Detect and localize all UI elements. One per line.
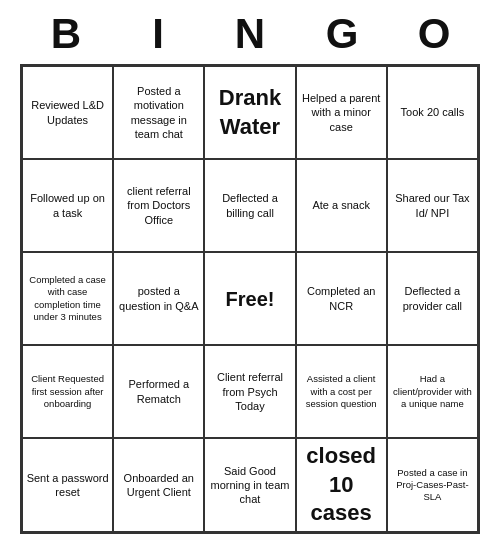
bingo-cell-r0c4[interactable]: Took 20 calls: [387, 66, 478, 159]
bingo-cell-r1c3[interactable]: Ate a snack: [296, 159, 387, 252]
bingo-cell-r3c0[interactable]: Client Requested first session after onb…: [22, 345, 113, 438]
bingo-cell-r0c3[interactable]: Helped a parent with a minor case: [296, 66, 387, 159]
bingo-cell-r4c2[interactable]: Said Good morning in team chat: [204, 438, 295, 532]
bingo-cell-r3c4[interactable]: Had a client/provider with a unique name: [387, 345, 478, 438]
bingo-cell-r3c2[interactable]: Client referral from Psych Today: [204, 345, 295, 438]
title-letter-o: O: [404, 10, 464, 58]
bingo-cell-r1c4[interactable]: Shared our Tax Id/ NPI: [387, 159, 478, 252]
bingo-cell-r1c2[interactable]: Deflected a billing call: [204, 159, 295, 252]
bingo-cell-r0c1[interactable]: Posted a motivation message in team chat: [113, 66, 204, 159]
bingo-title: B I N G O: [20, 0, 480, 64]
bingo-cell-r2c1[interactable]: posted a question in Q&A: [113, 252, 204, 345]
title-letter-g: G: [312, 10, 372, 58]
bingo-cell-r3c3[interactable]: Assisted a client with a cost per sessio…: [296, 345, 387, 438]
bingo-cell-r2c0[interactable]: Completed a case with case completion ti…: [22, 252, 113, 345]
title-letter-n: N: [220, 10, 280, 58]
bingo-cell-r4c4[interactable]: Posted a case in Proj-Cases-Past-SLA: [387, 438, 478, 532]
title-letter-b: B: [36, 10, 96, 58]
bingo-grid: Reviewed L&D UpdatesPosted a motivation …: [20, 64, 480, 534]
bingo-cell-r3c1[interactable]: Performed a Rematch: [113, 345, 204, 438]
bingo-cell-r4c1[interactable]: Onboarded an Urgent Client: [113, 438, 204, 532]
bingo-cell-r0c2[interactable]: Drank Water: [204, 66, 295, 159]
bingo-cell-r1c0[interactable]: Followed up on a task: [22, 159, 113, 252]
bingo-cell-r2c2[interactable]: Free!: [204, 252, 295, 345]
bingo-cell-r4c3[interactable]: closed 10 cases: [296, 438, 387, 532]
bingo-cell-r1c1[interactable]: client referral from Doctors Office: [113, 159, 204, 252]
bingo-cell-r4c0[interactable]: Sent a password reset: [22, 438, 113, 532]
title-letter-i: I: [128, 10, 188, 58]
bingo-cell-r0c0[interactable]: Reviewed L&D Updates: [22, 66, 113, 159]
bingo-cell-r2c4[interactable]: Deflected a provider call: [387, 252, 478, 345]
bingo-cell-r2c3[interactable]: Completed an NCR: [296, 252, 387, 345]
